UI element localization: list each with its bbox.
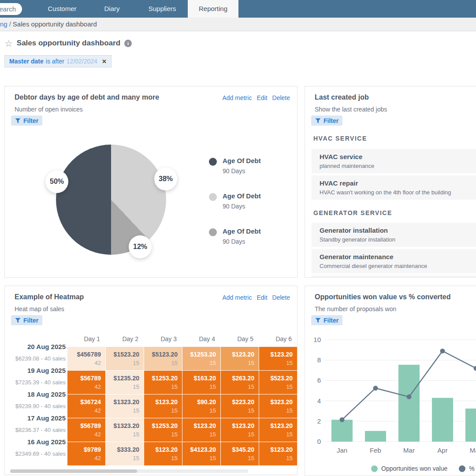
heatmap-cell-value: $123.20 xyxy=(144,446,178,453)
job-list-item[interactable]: HVAC repairHVAC wasn't working on the 4t… xyxy=(312,175,476,200)
legend-text: Age Of Debt90 Days xyxy=(223,192,261,210)
heatmap-cell-value: $36724 xyxy=(67,398,101,405)
chart-legend-item: Opportunities won value xyxy=(371,465,447,472)
filter-button[interactable]: Filter xyxy=(311,115,342,126)
job-list-item[interactable]: HVAC serviceplanned maintenance xyxy=(312,149,476,173)
filter-button-label: Filter xyxy=(23,117,38,124)
heatmap-cell: $4123.2015 xyxy=(182,442,220,465)
legend-dot-icon xyxy=(209,193,217,201)
heatmap-cell-count: 15 xyxy=(182,407,216,414)
delete-link[interactable]: Delete xyxy=(272,294,290,301)
search-input[interactable]: Search xyxy=(0,3,22,15)
heatmap-cell-value: $223.20 xyxy=(221,398,254,405)
heatmap-cell-count: 15 xyxy=(144,431,178,438)
heatmap-cell: $223.2015 xyxy=(221,394,259,418)
filter-button-label: Filter xyxy=(324,117,338,124)
heatmap-cell-value: $1235.20 xyxy=(106,375,139,382)
legend-label: % xyxy=(469,465,474,472)
funnel-icon xyxy=(315,118,321,123)
legend-sublabel: 90 Days xyxy=(223,203,261,210)
heatmap-column-header: Day 1 xyxy=(67,335,105,342)
heatmap-cell-count: 15 xyxy=(144,407,178,414)
card-title: Debtor days by age of debt and many more xyxy=(15,93,159,101)
funnel-icon xyxy=(15,318,21,323)
breadcrumb: ng/Sales opportunity dashboard xyxy=(0,18,476,31)
funnel-icon xyxy=(15,118,21,123)
legend-text: Age Of Debt90 Days xyxy=(223,227,261,245)
job-description: planned maintenance xyxy=(312,160,476,169)
heatmap-cell-count: 15 xyxy=(259,455,293,461)
heatmap-cell-count: 15 xyxy=(106,407,139,414)
page-title: Sales opportunity dashboard xyxy=(17,39,120,48)
line-point-may xyxy=(474,366,476,371)
heatmap-column-header: Day 5 xyxy=(221,335,259,342)
heatmap-cell-count: 15 xyxy=(144,455,178,461)
chip-close-icon[interactable]: ✕ xyxy=(102,58,107,65)
heatmap-cell-value: $323.20 xyxy=(259,398,293,405)
nav-tab-suppliers[interactable]: Suppliers xyxy=(139,0,185,18)
edit-link[interactable]: Edit xyxy=(257,94,267,101)
filter-button-label: Filter xyxy=(324,317,338,324)
bar-jan xyxy=(331,420,353,442)
heatmap-cell-value: $90.20 xyxy=(182,398,216,405)
job-section-heading: HVAC SERVICE xyxy=(313,135,367,142)
bar-line-chart: 0246810JanFebMarAprMay xyxy=(305,330,476,462)
heatmap-column-header: Day 4 xyxy=(182,335,220,342)
delete-link[interactable]: Delete xyxy=(272,94,290,101)
edit-link[interactable]: Edit xyxy=(257,294,267,301)
heatmap-column-header: Day 6 xyxy=(259,335,297,342)
heatmap-cell-count: 42 xyxy=(67,383,101,390)
heatmap-cell-value: $456789 xyxy=(67,351,101,358)
master-date-filter-chip[interactable]: Master date is after 12/02/2024 ✕ xyxy=(4,55,112,67)
card-last-created-job: Last created job Show the last created j… xyxy=(305,86,476,278)
bar-feb xyxy=(365,431,386,442)
card-heatmap: Example of Heatmap Add metricEditDelete … xyxy=(4,286,298,475)
nav-tab-customer[interactable]: Customer xyxy=(38,0,86,18)
nav-tab-diary[interactable]: Diary xyxy=(91,0,133,18)
favorite-star-icon[interactable]: ☆ xyxy=(4,39,13,48)
pie-label-38: 38% xyxy=(154,167,177,190)
x-tick-label: Mar xyxy=(403,446,415,454)
heatmap-cell: $123.2015 xyxy=(221,418,259,442)
funnel-icon xyxy=(315,318,321,323)
heatmap-cell-count: 15 xyxy=(182,455,216,461)
heatmap-cell-value: $1323.20 xyxy=(106,422,139,429)
card-title: Last created job xyxy=(315,93,369,101)
heatmap-cell: $5678942 xyxy=(67,418,105,442)
heatmap-cell: $5678942 xyxy=(67,371,105,394)
scrollbar-thumb[interactable] xyxy=(10,469,137,473)
heatmap-cell: $3672442 xyxy=(67,394,105,418)
filter-button[interactable]: Filter xyxy=(11,115,42,126)
job-description: Commercial diesel generator maintenance xyxy=(312,260,476,269)
heatmap-cell-count: 42 xyxy=(67,360,101,366)
line-point-feb xyxy=(373,386,378,390)
heatmap-row-date: 16 Aug 2025 xyxy=(5,438,66,446)
heatmap-cell: $1253.2015 xyxy=(144,371,182,394)
breadcrumb-separator: / xyxy=(7,20,13,28)
add-metric-link[interactable]: Add metric xyxy=(222,94,252,101)
nav-tab-reporting[interactable]: Reporting xyxy=(188,0,238,18)
heatmap-cell: $5123.2015 xyxy=(144,347,182,370)
heatmap-cell: $123.2015 xyxy=(259,418,297,442)
job-list-item[interactable]: Generator installationStandby generator … xyxy=(312,223,476,247)
add-metric-link[interactable]: Add metric xyxy=(222,294,252,301)
heatmap-cell-value: $263.20 xyxy=(221,375,254,382)
heatmap-cell-value: $123.20 xyxy=(259,351,293,358)
card-subtitle: Show the last created jobs xyxy=(315,106,387,113)
breadcrumb-link[interactable]: ng xyxy=(0,20,7,28)
heatmap-row-date: 19 Aug 2025 xyxy=(5,367,66,374)
bar-mar xyxy=(398,365,420,442)
filter-button[interactable]: Filter xyxy=(311,315,342,325)
heatmap-cell-value: $123.20 xyxy=(221,422,254,429)
info-icon[interactable]: i xyxy=(124,40,132,47)
job-list-item[interactable]: Generator maintenanceCommercial diesel g… xyxy=(312,249,476,273)
heatmap-row-summary: $2349.69 - 40 sales xyxy=(5,450,66,457)
heatmap-cell-count: 15 xyxy=(259,360,293,366)
heatmap-cell-count: 42 xyxy=(67,407,101,414)
filter-button[interactable]: Filter xyxy=(11,315,42,325)
horizontal-scrollbar[interactable] xyxy=(10,469,248,473)
x-tick-label: Feb xyxy=(370,446,381,454)
heatmap-cell-count: 42 xyxy=(67,431,101,438)
heatmap-cell-value: $523.20 xyxy=(259,375,293,382)
heatmap-cell-value: $123.20 xyxy=(259,422,293,429)
